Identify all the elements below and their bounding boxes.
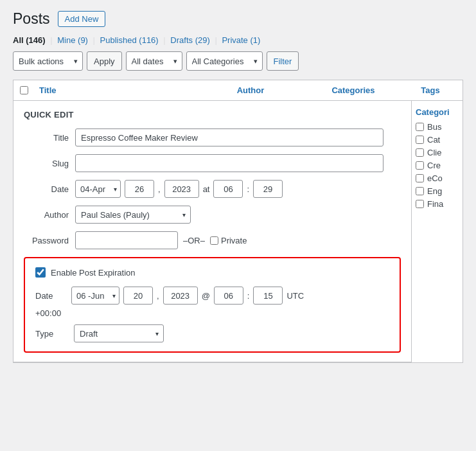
or-text: –OR– [183,236,205,245]
bulk-actions-wrap: Bulk actions [13,51,83,71]
apply-button[interactable]: Apply [87,51,122,71]
exp-date-label: Date [35,291,67,301]
filter-button[interactable]: Filter [267,51,299,71]
categories-sidebar: Categori Bus Cat Clie Cre [411,101,463,362]
quick-edit-area: QUICK EDIT Title Slug Date [13,101,463,362]
all-categories-wrap: All Categories [186,51,263,71]
enable-expiration-checkbox[interactable] [35,267,46,278]
cat-checkbox-bus[interactable] [416,123,424,131]
add-new-button[interactable]: Add New [58,11,106,27]
exp-type-row: Type Draft [35,324,389,342]
slug-row: Slug [24,154,401,172]
cat-checkbox-cat[interactable] [416,136,424,144]
date-label: Date [24,184,69,194]
slug-input[interactable] [75,154,383,172]
at-label: at [203,184,210,194]
enable-expiration-label: Enable Post Expiration [51,268,136,278]
cat-item-eco: eCo [416,173,459,183]
exp-at-label: @ [202,291,210,301]
password-fields: –OR– Private [75,231,247,249]
quick-edit-header: QUICK EDIT [24,110,401,119]
exp-type-label: Type [35,329,67,339]
col-title-header[interactable]: Title [39,85,199,95]
date-fields: 04-Apr , at : [75,180,283,198]
cat-item-eng: Eng [416,186,459,196]
cat-checkbox-cre[interactable] [416,161,424,170]
hour-input[interactable] [213,180,243,198]
private-label: Private [210,236,247,245]
private-checkbox[interactable] [210,236,218,245]
col-author-header: Author [199,85,302,95]
categories-header: Categori [416,107,459,117]
exp-month-select[interactable]: 06 -Jun [71,287,119,305]
table-header: Title Author Categories Tags [13,80,463,101]
page-title: Posts [13,10,50,28]
filter-all[interactable]: All (146) [13,35,48,45]
cat-checkbox-clie[interactable] [416,148,424,157]
exp-day-input[interactable] [123,287,153,305]
cat-checkbox-fina[interactable] [416,200,424,208]
cat-item-cat: Cat [416,135,459,145]
month-select-wrap: 04-Apr [75,180,121,198]
col-categories-header: Categories [302,85,405,95]
filter-mine[interactable]: Mine (9) [57,35,90,45]
date-row: Date 04-Apr , at : [24,180,401,198]
minute-input[interactable] [253,180,283,198]
cat-item-cre: Cre [416,161,459,170]
month-select[interactable]: 04-Apr [75,180,121,198]
author-label: Author [24,210,69,220]
cat-checkbox-eco[interactable] [416,174,424,182]
enable-expiration-row: Enable Post Expiration [35,267,389,278]
password-input[interactable] [75,231,178,249]
cat-item-bus: Bus [416,122,459,132]
password-label: Password [24,236,69,245]
author-select[interactable]: Paul Sales (Pauly) [75,206,191,224]
cat-item-clie: Clie [416,148,459,157]
type-select[interactable]: Draft [74,324,164,342]
filter-drafts[interactable]: Drafts (29) [170,35,212,45]
utc-label: UTC [286,291,304,301]
cat-item-fina: Fina [416,199,459,209]
password-row: Password –OR– Private [24,231,401,249]
author-select-wrap: Paul Sales (Pauly) [75,206,191,224]
title-input[interactable] [75,128,383,146]
exp-year-input[interactable] [163,287,198,305]
select-all-checkbox[interactable] [20,86,28,94]
slug-label: Slug [24,159,69,168]
title-label: Title [24,133,69,143]
col-tags-header: Tags [405,85,456,95]
author-row: Author Paul Sales (Pauly) [24,206,401,224]
all-categories-select[interactable]: All Categories [186,51,263,71]
type-select-wrap: Draft [74,324,164,342]
day-input[interactable] [125,180,154,198]
filter-published[interactable]: Published (116) [100,35,161,45]
exp-date-row: Date 06 -Jun , @ : [35,287,389,305]
exp-month-select-wrap: 06 -Jun [71,287,119,305]
exp-minute-input[interactable] [253,287,283,305]
all-dates-select[interactable]: All dates [126,51,182,71]
filter-private[interactable]: Private (1) [222,35,260,45]
posts-table: Title Author Categories Tags QUICK EDIT … [13,80,463,363]
cat-checkbox-eng[interactable] [416,187,424,195]
year-input[interactable] [164,180,199,198]
bulk-actions-select[interactable]: Bulk actions [13,51,83,71]
filter-links: All (146) | Mine (9) | Published (116) |… [13,35,463,45]
exp-hour-input[interactable] [214,287,243,305]
expiration-box: Enable Post Expiration Date 06 -Jun [24,257,401,353]
title-row: Title [24,128,401,146]
exp-offset: +00:00 [35,308,389,318]
quick-edit-panel: QUICK EDIT Title Slug Date [13,101,411,362]
quick-edit-main: QUICK EDIT Title Slug Date [13,101,411,362]
all-dates-wrap: All dates [126,51,182,71]
toolbar: Bulk actions Apply All dates All Categor… [13,51,463,71]
